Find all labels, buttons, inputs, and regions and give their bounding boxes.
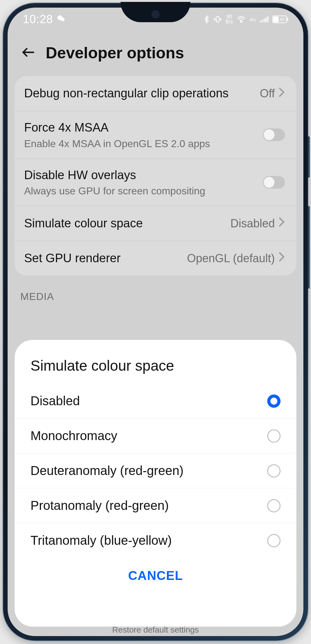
notch xyxy=(121,2,190,22)
radio-unselected-icon xyxy=(267,464,281,478)
row-simulate-colour-space[interactable]: Simulate colour space Disabled xyxy=(15,206,296,241)
page-title: Developer options xyxy=(46,44,184,62)
screen: 10:28 90 B/s xyxy=(8,8,303,636)
row-title: Disable HW overlays xyxy=(24,168,205,183)
dialog-simulate-colour-space: Simulate colour space Disabled Monochrom… xyxy=(15,340,296,627)
option-tritanomaly[interactable]: Tritanomaly (blue-yellow) xyxy=(15,523,296,558)
option-label: Disabled xyxy=(30,394,80,408)
svg-rect-5 xyxy=(262,20,263,22)
row-gpu-renderer[interactable]: Set GPU renderer OpenGL (default) xyxy=(15,241,296,276)
status-clock: 10:28 xyxy=(23,13,53,26)
svg-rect-2 xyxy=(216,16,219,22)
option-label: Monochromacy xyxy=(30,429,117,443)
radio-unselected-icon xyxy=(267,429,281,443)
phone-frame: 10:28 90 B/s xyxy=(3,3,308,641)
svg-rect-10 xyxy=(287,18,288,21)
row-title: Debug non-rectangular clip operations xyxy=(24,86,228,101)
page-header: Developer options xyxy=(8,31,303,76)
wechat-icon xyxy=(57,14,65,25)
svg-rect-6 xyxy=(264,19,265,23)
toggle-switch[interactable] xyxy=(263,128,285,141)
dialog-title: Simulate colour space xyxy=(15,357,296,384)
back-button[interactable] xyxy=(20,44,37,62)
svg-rect-8 xyxy=(268,16,269,23)
chevron-right-icon xyxy=(278,217,285,230)
option-deuteranomaly[interactable]: Deuteranomaly (red-green) xyxy=(15,453,296,488)
row-value: Off xyxy=(260,87,275,100)
chevron-right-icon xyxy=(278,87,285,101)
row-title: Simulate colour space xyxy=(24,216,143,231)
row-title: Force 4x MSAA xyxy=(24,120,210,135)
row-value: Disabled xyxy=(230,217,275,230)
row-disable-hw-overlays[interactable]: Disable HW overlays Always use GPU for s… xyxy=(15,159,296,206)
network-type: 4G xyxy=(249,17,256,22)
chevron-right-icon xyxy=(278,251,285,265)
dialog-options: Disabled Monochromacy Deuteranomaly (red… xyxy=(15,384,296,558)
svg-text:40: 40 xyxy=(280,17,285,22)
cancel-button[interactable]: CANCEL xyxy=(15,558,296,588)
option-disabled[interactable]: Disabled xyxy=(15,384,296,419)
row-force-msaa[interactable]: Force 4x MSAA Enable 4x MSAA in OpenGL E… xyxy=(15,111,296,159)
vibrate-icon xyxy=(214,15,222,23)
row-subtitle: Always use GPU for screen compositing xyxy=(24,185,205,197)
settings-card: Debug non-rectangular clip operations Of… xyxy=(15,76,296,276)
radio-unselected-icon xyxy=(267,534,281,547)
option-protanomaly[interactable]: Protanomaly (red-green) xyxy=(15,488,296,523)
svg-rect-11 xyxy=(273,16,279,22)
data-rate: 90 B/s xyxy=(226,14,233,24)
svg-point-3 xyxy=(241,22,242,23)
svg-rect-7 xyxy=(266,17,267,22)
section-label-media: MEDIA xyxy=(8,276,303,306)
row-debug-clip[interactable]: Debug non-rectangular clip operations Of… xyxy=(15,76,296,111)
row-value: OpenGL (default) xyxy=(187,252,275,265)
toggle-switch[interactable] xyxy=(263,176,285,189)
wifi-icon xyxy=(237,16,246,23)
svg-point-1 xyxy=(61,17,65,21)
option-label: Deuteranomaly (red-green) xyxy=(30,464,183,478)
footer-restore-hint: Restore default settings xyxy=(8,625,303,635)
radio-selected-icon xyxy=(267,394,281,408)
battery-icon: 40 xyxy=(272,16,288,23)
option-label: Protanomaly (red-green) xyxy=(30,498,169,513)
option-monochromacy[interactable]: Monochromacy xyxy=(15,419,296,453)
row-title: Set GPU renderer xyxy=(24,251,121,266)
row-subtitle: Enable 4x MSAA in OpenGL ES 2.0 apps xyxy=(24,138,210,150)
bluetooth-icon xyxy=(203,15,210,24)
signal-icon xyxy=(260,16,268,23)
svg-rect-4 xyxy=(260,21,261,23)
arrow-left-icon xyxy=(20,44,37,61)
radio-unselected-icon xyxy=(267,499,281,512)
option-label: Tritanomaly (blue-yellow) xyxy=(30,533,172,548)
